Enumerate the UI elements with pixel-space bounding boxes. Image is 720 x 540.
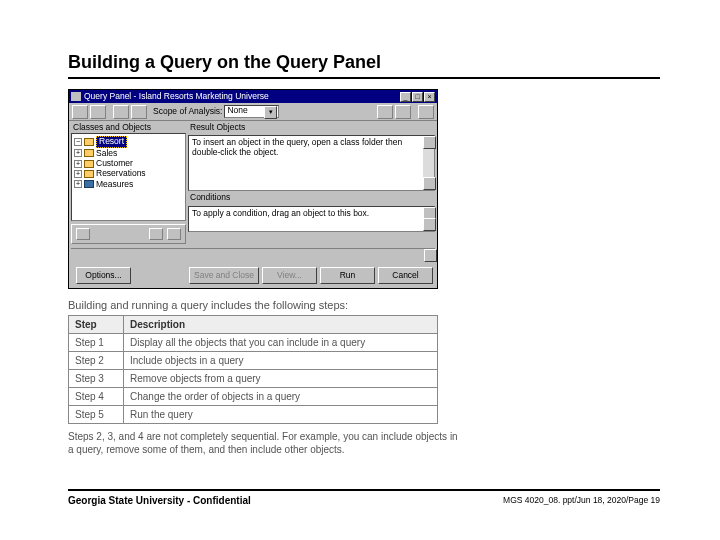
tree-tool-2[interactable] <box>149 228 163 240</box>
result-label: Result Objects <box>190 123 435 132</box>
folder-icon <box>84 160 94 168</box>
toolbar-button-7[interactable] <box>418 105 434 119</box>
close-button[interactable]: × <box>424 92 435 102</box>
scrollbar[interactable] <box>424 249 435 262</box>
scrollbar[interactable] <box>423 136 434 190</box>
steps-header-step: Step <box>69 316 124 334</box>
expander-icon[interactable]: + <box>74 180 82 188</box>
measures-icon <box>84 180 94 188</box>
steps-table: Step Description Step 1Display all the o… <box>68 315 438 424</box>
maximize-button[interactable]: □ <box>412 92 423 102</box>
steps-note: Steps 2, 3, and 4 are not completely seq… <box>68 430 458 456</box>
folder-icon <box>84 138 94 146</box>
toolbar-button-4[interactable] <box>131 105 147 119</box>
tree-tool-3[interactable] <box>167 228 181 240</box>
folder-icon <box>84 170 94 178</box>
window-titlebar[interactable]: Query Panel - Island Resorts Marketing U… <box>69 90 437 103</box>
toolbar-button-6[interactable] <box>395 105 411 119</box>
tree-item-customer[interactable]: + Customer <box>74 159 183 168</box>
scope-select[interactable]: None <box>224 105 279 118</box>
cancel-button[interactable]: Cancel <box>378 267 433 284</box>
run-button[interactable]: Run <box>320 267 375 284</box>
conditions-box[interactable]: To apply a condition, drag an object to … <box>188 206 435 232</box>
tree-toolbar <box>71 224 186 244</box>
steps-intro: Building and running a query includes th… <box>68 299 660 311</box>
save-close-button[interactable]: Save and Close <box>189 267 259 284</box>
result-hint: To insert an object in the query, open a… <box>192 137 402 156</box>
result-objects-box[interactable]: To insert an object in the query, open a… <box>188 135 435 191</box>
options-button[interactable]: Options... <box>76 267 131 284</box>
tree-item-reservations[interactable]: + Reservations <box>74 169 183 178</box>
scope-label: Scope of Analysis: <box>153 107 222 116</box>
expander-icon[interactable]: − <box>74 138 82 146</box>
title-divider <box>68 77 660 79</box>
tree-item-measures[interactable]: + Measures <box>74 180 183 189</box>
table-row: Step 3Remove objects from a query <box>69 370 438 388</box>
tree-item-sales[interactable]: + Sales <box>74 149 183 158</box>
window-title: Query Panel - Island Resorts Marketing U… <box>84 92 400 101</box>
footer-left: Georgia State University - Confidential <box>68 495 251 506</box>
conditions-label: Conditions <box>190 193 435 202</box>
page-title: Building a Query on the Query Panel <box>68 52 660 73</box>
steps-header-desc: Description <box>124 316 438 334</box>
table-row: Step 1Display all the objects that you c… <box>69 334 438 352</box>
toolbar-button-3[interactable] <box>113 105 129 119</box>
app-icon <box>71 92 81 101</box>
footer-right: MGS 4020_08. ppt/Jun 18, 2020/Page 19 <box>503 495 660 506</box>
toolbar: Scope of Analysis: None <box>69 103 437 121</box>
query-panel-window: Query Panel - Island Resorts Marketing U… <box>68 89 438 289</box>
toolbar-button-1[interactable] <box>72 105 88 119</box>
tree-tool-1[interactable] <box>76 228 90 240</box>
classes-label: Classes and Objects <box>73 123 186 132</box>
expander-icon[interactable]: + <box>74 170 82 178</box>
folder-icon <box>84 149 94 157</box>
toolbar-button-5[interactable] <box>377 105 393 119</box>
scrollbar[interactable] <box>423 207 434 231</box>
table-row: Step 4Change the order of objects in a q… <box>69 388 438 406</box>
expander-icon[interactable]: + <box>74 160 82 168</box>
table-row: Step 5Run the query <box>69 406 438 424</box>
tree-item-resort[interactable]: − Resort <box>74 136 183 147</box>
dialog-buttons: Options... Save and Close View... Run Ca… <box>69 264 437 288</box>
expander-icon[interactable]: + <box>74 149 82 157</box>
status-area <box>71 248 435 262</box>
table-row: Step 2Include objects in a query <box>69 352 438 370</box>
classes-tree[interactable]: − Resort + Sales + Customer <box>71 133 186 221</box>
slide-footer: Georgia State University - Confidential … <box>68 489 660 506</box>
footer-divider <box>68 489 660 491</box>
minimize-button[interactable]: _ <box>400 92 411 102</box>
toolbar-button-2[interactable] <box>90 105 106 119</box>
conditions-hint: To apply a condition, drag an object to … <box>192 208 369 218</box>
view-button[interactable]: View... <box>262 267 317 284</box>
